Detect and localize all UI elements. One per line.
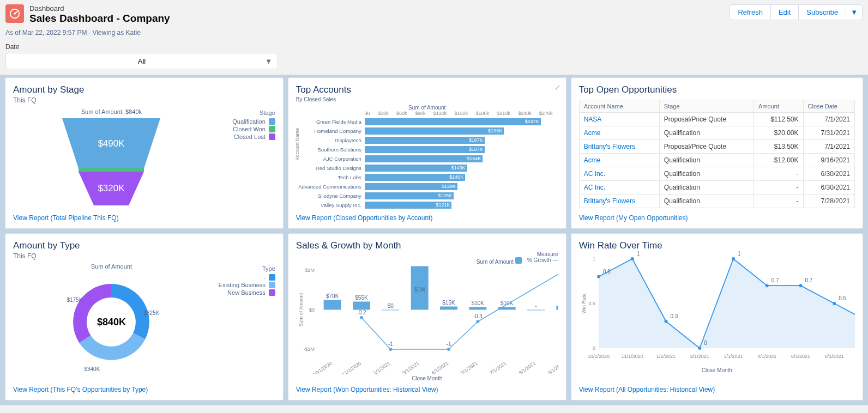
bar-row: Southern Solutions$167K [296,145,558,154]
svg-text:0: 0 [593,345,595,351]
view-report-link[interactable]: View Report (Won Opportunities: Historic… [296,386,558,393]
account-link[interactable]: AC Inc. [579,181,659,195]
legend-item: Sum of Amount [477,257,522,265]
svg-text:0.5: 0.5 [588,301,595,306]
svg-line-37 [449,321,478,349]
account-link[interactable]: Acme [579,154,659,167]
donut-sum-label: Sum of Amount [13,263,210,270]
funnel-sum-label: Sum of Amount: $840k [13,108,210,115]
svg-line-38 [478,270,558,321]
funnel-legend: Stage Qualification Closed Won Closed Lo… [210,104,275,141]
svg-point-76 [833,302,836,305]
account-link[interactable]: Brittany's Flowers [579,140,659,154]
more-actions-button[interactable]: ▼ [846,4,863,20]
svg-point-41 [389,348,392,351]
filter-label: Date [5,43,863,51]
svg-text:1: 1 [636,251,640,257]
legend-item: % Growth — [527,257,558,265]
account-link[interactable]: AC Inc. [579,167,659,181]
bar-row: Advanced Communications$129K [296,182,558,191]
legend-item: Closed Lost [210,133,275,140]
table-header[interactable]: Amount [754,100,803,113]
view-report-link[interactable]: View Report (My Open Opportunities) [579,214,855,222]
svg-text:-$1M: -$1M [303,347,315,352]
card-win-rate: Win Rate Over Time 10.50Win Rate0.810.30… [571,233,863,400]
svg-text:4/1/2021: 4/1/2021 [431,360,449,374]
bar-row: Silodyne Company$125K [296,191,558,200]
date-filter-select[interactable]: All ▼ [5,53,278,69]
card-amount-by-stage: Amount by Stage This FQ Sum of Amount: $… [5,77,284,229]
legend-header: Type [210,265,275,272]
x-axis-label: Close Month [579,367,855,373]
svg-text:1: 1 [593,256,595,262]
card-subtitle: This FQ [13,252,275,260]
svg-text:$0: $0 [388,303,394,309]
card-sales-growth: Sales & Growth by Month Measure Sum of A… [288,233,566,400]
subscribe-button[interactable]: Subscribe [798,4,846,20]
svg-text:0.8: 0.8 [603,269,611,275]
table-header[interactable]: Account Name [579,100,659,113]
svg-text:0.7: 0.7 [771,277,779,283]
bar-row: Homeland Company$196K [296,126,558,135]
table-header[interactable]: Stage [659,100,754,113]
legend-item: Existing Business [210,282,275,288]
view-report-link[interactable]: View Report (Closed Opportunities by Acc… [296,214,558,222]
svg-rect-25 [440,307,457,310]
view-report-link[interactable]: View Report (All Opportunities: Historic… [579,386,855,393]
page-title: Sales Dashboard - Company [29,13,730,25]
view-report-link[interactable]: View Report (This FQ's Opportunities by … [13,386,275,393]
svg-text:8/1/2021: 8/1/2021 [518,360,537,374]
dashboard-icon [5,4,24,23]
funnel-chart: $490K $320K [57,118,166,207]
svg-text:11/1/2020: 11/1/2020 [621,354,643,359]
svg-text:10/1/2020: 10/1/2020 [312,360,333,374]
expand-icon[interactable]: ⤢ [554,83,560,92]
svg-text:$10K: $10K [501,300,514,306]
filter-value: All [138,57,146,65]
svg-text:4/1/2021: 4/1/2021 [757,354,776,359]
bars-title: Sum of Amount [296,105,558,111]
combo-chart: $1M$0-$1M10.50-0.5-1Sum of Amount% Growt… [296,265,558,374]
svg-text:$1M: $1M [305,268,315,273]
svg-point-72 [765,284,768,287]
legend-header: Stage [210,110,275,116]
dashboays-meta: As of Mar 22, 2022 9:57 PM · Viewing as … [0,29,868,41]
refresh-button[interactable]: Refresh [730,4,771,20]
svg-point-62 [597,275,600,278]
legend-item: Qualification [210,118,275,125]
winrate-chart: 10.50Win Rate0.810.3010.70.70.50.310/1/2… [579,251,855,366]
card-top-accounts: ⤢ Top Accounts By Closed Sales Sum of Am… [288,77,566,229]
color-swatch [269,133,275,140]
svg-rect-31 [527,310,545,311]
svg-rect-27 [469,307,486,310]
legend-item: Closed Won [210,126,275,132]
svg-text:7/1/2021: 7/1/2021 [489,360,507,374]
svg-line-35 [361,318,390,349]
edit-button[interactable]: Edit [770,4,799,20]
svg-text:$55K: $55K [355,295,368,301]
view-report-link[interactable]: View Report (Total Pipeline This FQ) [13,214,275,222]
svg-text:1: 1 [738,251,741,257]
measure-label: Measure [296,251,558,257]
account-link[interactable]: NASA [579,113,659,126]
svg-rect-19 [353,302,370,310]
svg-text:-1: -1 [388,341,393,347]
svg-marker-3 [79,168,144,172]
table-header[interactable]: Close Date [803,100,854,113]
card-title: Amount by Type [13,240,275,251]
account-link[interactable]: Acme [579,126,659,140]
svg-text:-: - [535,303,537,309]
svg-rect-21 [382,310,399,311]
svg-text:-0.3: -0.3 [473,313,483,319]
x-axis-label: Close Month [296,375,558,381]
svg-text:0.7: 0.7 [805,277,812,283]
bar-row: Valley Supply Inc.$121K [296,201,558,209]
card-title: Win Rate Over Time [579,240,855,251]
bar-row: Displaytech$167K [296,136,558,144]
svg-text:$0: $0 [309,307,315,313]
account-link[interactable]: Brittany's Flowers [579,195,659,208]
svg-point-68 [698,347,701,350]
table-row: Brittany's FlowersProposal/Price Quote$1… [579,140,854,154]
svg-rect-33 [556,306,558,310]
svg-point-64 [630,257,634,260]
